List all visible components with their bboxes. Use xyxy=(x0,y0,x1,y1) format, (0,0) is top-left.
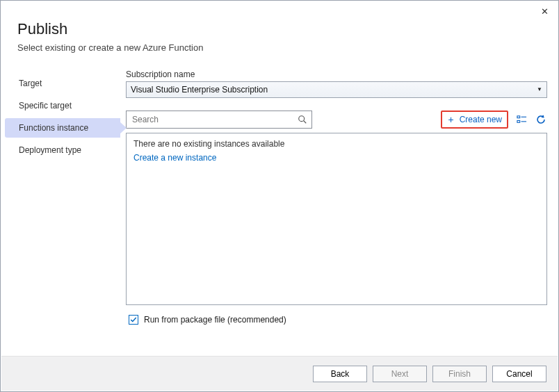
page-title: Publish xyxy=(17,20,542,38)
dialog-footer: Back Next Finish Cancel xyxy=(1,356,558,391)
search-input[interactable] xyxy=(131,114,298,125)
sidebar-item-deployment-type[interactable]: Deployment type xyxy=(5,140,120,160)
create-new-button[interactable]: + Create new xyxy=(444,113,505,126)
chevron-down-icon: ▼ xyxy=(537,86,542,92)
subscription-label: Subscription name xyxy=(126,70,547,79)
search-input-wrapper[interactable] xyxy=(126,111,312,129)
sidebar-item-label: Deployment type xyxy=(19,145,81,155)
instances-list[interactable]: There are no existing instances availabl… xyxy=(126,133,547,305)
sidebar-item-specific-target[interactable]: Specific target xyxy=(5,96,120,115)
search-icon xyxy=(298,115,307,124)
run-from-package-label: Run from package file (recommended) xyxy=(144,315,286,325)
svg-rect-2 xyxy=(517,115,519,117)
sidebar-item-label: Specific target xyxy=(19,101,72,111)
finish-button[interactable]: Finish xyxy=(432,366,487,382)
back-button[interactable]: Back xyxy=(313,366,367,382)
empty-state-text: There are no existing instances availabl… xyxy=(133,139,540,149)
create-new-label: Create new xyxy=(460,115,502,124)
sidebar-item-label: Functions instance xyxy=(19,123,88,133)
create-instance-link[interactable]: Create a new instance xyxy=(133,153,540,163)
svg-rect-3 xyxy=(517,120,519,122)
resource-view-icon[interactable] xyxy=(515,113,528,126)
cancel-button[interactable]: Cancel xyxy=(492,366,546,382)
next-button[interactable]: Next xyxy=(373,366,427,382)
sidebar-item-functions-instance[interactable]: Functions instance xyxy=(5,118,120,138)
refresh-icon[interactable] xyxy=(535,113,547,126)
page-subtitle: Select existing or create a new Azure Fu… xyxy=(17,42,542,53)
sidebar-item-target[interactable]: Target xyxy=(5,74,120,93)
close-icon[interactable]: ✕ xyxy=(541,6,549,17)
subscription-value: Visual Studio Enterprise Subscription xyxy=(131,85,268,95)
wizard-steps-sidebar: Target Specific target Functions instanc… xyxy=(5,70,120,325)
sidebar-item-label: Target xyxy=(19,79,42,88)
svg-point-0 xyxy=(299,116,305,122)
create-new-highlight: + Create new xyxy=(441,111,508,129)
subscription-select[interactable]: Visual Studio Enterprise Subscription ▼ xyxy=(126,81,547,98)
svg-line-1 xyxy=(304,121,307,124)
plus-icon: + xyxy=(447,115,455,124)
run-from-package-checkbox[interactable] xyxy=(129,315,138,325)
